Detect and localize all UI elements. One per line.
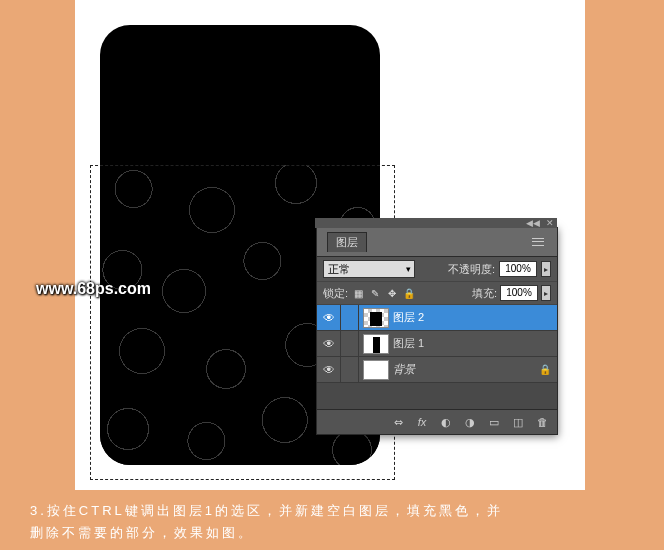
fill-stepper[interactable]: ▸ bbox=[541, 285, 551, 301]
lock-all-icon[interactable]: 🔒 bbox=[402, 286, 416, 300]
layers-tab[interactable]: 图层 bbox=[327, 232, 367, 252]
opacity-label: 不透明度: bbox=[448, 262, 495, 277]
opacity-input[interactable]: 100% bbox=[499, 261, 537, 277]
visibility-toggle-icon[interactable]: 👁 bbox=[317, 331, 341, 356]
adjustment-layer-button[interactable]: ◑ bbox=[459, 413, 481, 431]
layer-group-button[interactable]: ▭ bbox=[483, 413, 505, 431]
layers-panel: ◀◀ ✕ 图层 正常 不透明度: 100% ▸ 锁定: ▦ ✎ ✥ 🔒 填充: … bbox=[316, 227, 558, 435]
layer-thumbnail[interactable] bbox=[363, 360, 389, 380]
layer-name[interactable]: 图层 2 bbox=[393, 310, 424, 325]
caption-line-2: 删除不需要的部分，效果如图。 bbox=[30, 522, 640, 544]
layer-row-background[interactable]: 👁 背景 🔒 bbox=[317, 357, 557, 383]
lock-transparency-icon[interactable]: ▦ bbox=[351, 286, 365, 300]
lock-label: 锁定: bbox=[323, 286, 348, 301]
layer-thumbnail[interactable] bbox=[363, 334, 389, 354]
caption-line-1: 3.按住CTRL键调出图层1的选区，并新建空白图层，填充黑色，并 bbox=[30, 500, 640, 522]
panel-tab-row: 图层 bbox=[317, 228, 557, 257]
link-column[interactable] bbox=[341, 357, 359, 382]
visibility-toggle-icon[interactable]: 👁 bbox=[317, 305, 341, 330]
empty-layer-slot bbox=[317, 383, 557, 409]
layer-fx-button[interactable]: fx bbox=[411, 413, 433, 431]
fill-input[interactable]: 100% bbox=[500, 285, 538, 301]
step-caption: 3.按住CTRL键调出图层1的选区，并新建空白图层，填充黑色，并 删除不需要的部… bbox=[30, 500, 640, 544]
layer-mask-button[interactable]: ◐ bbox=[435, 413, 457, 431]
layer-thumbnail[interactable] bbox=[363, 308, 389, 328]
fill-label: 填充: bbox=[472, 286, 497, 301]
layer-name[interactable]: 背景 bbox=[393, 362, 415, 377]
panel-button-bar: ⇔ fx ◐ ◑ ▭ ◫ 🗑 bbox=[317, 409, 557, 434]
layer-row[interactable]: 👁 图层 1 bbox=[317, 331, 557, 357]
opacity-stepper[interactable]: ▸ bbox=[541, 261, 551, 277]
blend-opacity-row: 正常 不透明度: 100% ▸ bbox=[317, 257, 557, 282]
link-layers-button[interactable]: ⇔ bbox=[387, 413, 409, 431]
lock-fill-row: 锁定: ▦ ✎ ✥ 🔒 填充: 100% ▸ bbox=[317, 282, 557, 305]
blend-mode-select[interactable]: 正常 bbox=[323, 260, 415, 278]
link-column[interactable] bbox=[341, 331, 359, 356]
watermark-text: www.68ps.com bbox=[36, 280, 151, 298]
visibility-toggle-icon[interactable]: 👁 bbox=[317, 357, 341, 382]
layer-list: 👁 图层 2 👁 图层 1 👁 背景 🔒 bbox=[317, 305, 557, 409]
new-layer-button[interactable]: ◫ bbox=[507, 413, 529, 431]
collapse-left-icon[interactable]: ◀◀ bbox=[526, 218, 540, 228]
panel-collapse-bar[interactable]: ◀◀ ✕ bbox=[315, 218, 557, 228]
close-icon[interactable]: ✕ bbox=[546, 218, 554, 228]
layer-name[interactable]: 图层 1 bbox=[393, 336, 424, 351]
lock-icon: 🔒 bbox=[539, 364, 551, 375]
panel-menu-icon[interactable] bbox=[529, 236, 547, 248]
link-column[interactable] bbox=[341, 305, 359, 330]
lock-position-icon[interactable]: ✥ bbox=[385, 286, 399, 300]
delete-layer-button[interactable]: 🗑 bbox=[531, 413, 553, 431]
layer-row-selected[interactable]: 👁 图层 2 bbox=[317, 305, 557, 331]
blend-mode-value: 正常 bbox=[328, 262, 350, 277]
lock-pixels-icon[interactable]: ✎ bbox=[368, 286, 382, 300]
